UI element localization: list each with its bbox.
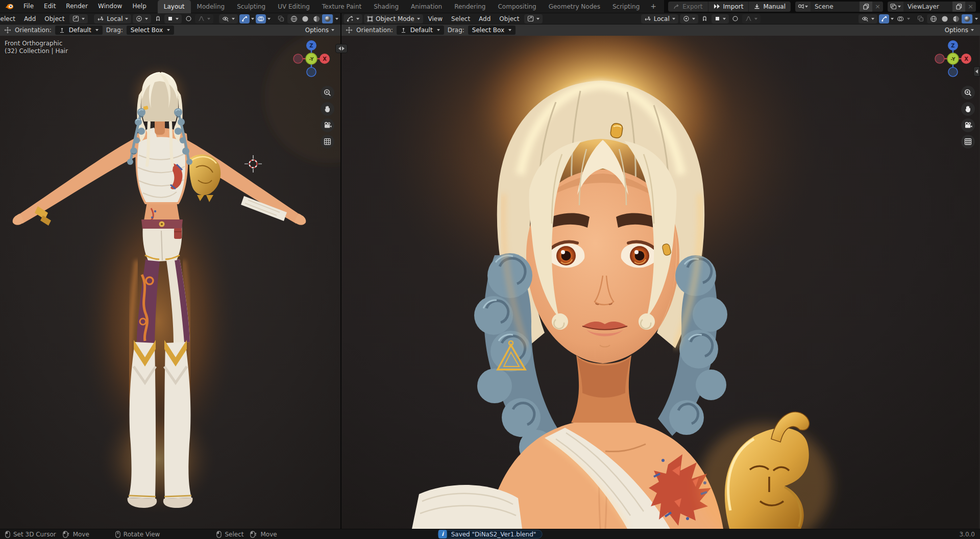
editor-type-dropdown[interactable] — [344, 14, 362, 23]
camera-view-button[interactable] — [321, 118, 334, 132]
tab-texture-paint[interactable]: Texture Paint — [316, 0, 368, 13]
gizmo-dropdown-chevron[interactable] — [251, 18, 254, 20]
gizmo-axis-z[interactable]: Z — [306, 40, 316, 51]
overlays-dropdown-chevron[interactable] — [907, 18, 910, 20]
viewlayer-remove-button[interactable]: × — [965, 2, 976, 12]
shading-dropdown-chevron[interactable] — [335, 18, 338, 20]
toggle-ortho-button[interactable] — [961, 135, 975, 149]
show-gizmo-toggle[interactable] — [239, 14, 250, 23]
tool-options-button[interactable]: Options — [305, 27, 336, 34]
tab-shading[interactable]: Shading — [368, 0, 405, 13]
shading-solid-button[interactable] — [939, 14, 950, 23]
tab-animation[interactable]: Animation — [405, 0, 448, 13]
show-overlays-toggle[interactable] — [256, 14, 266, 23]
tool-orientation-dropdown[interactable]: Default — [55, 26, 103, 35]
tab-uv-editing[interactable]: UV Editing — [272, 0, 316, 13]
menu-add[interactable]: Add — [475, 15, 494, 22]
menu-render[interactable]: Render — [61, 0, 93, 13]
shading-dropdown-chevron[interactable] — [975, 18, 978, 20]
menu-add[interactable]: Add — [20, 15, 39, 22]
camera-view-button[interactable] — [961, 118, 975, 132]
scene-unlink-button[interactable]: × — [872, 2, 883, 12]
viewport-left-canvas[interactable]: Front Orthographic (32) Collection | Hai… — [0, 36, 340, 529]
pivot-point-dropdown[interactable] — [133, 14, 151, 23]
proportional-editing-toggle[interactable] — [730, 14, 741, 23]
proportional-falloff-dropdown[interactable] — [742, 14, 761, 23]
zoom-button[interactable] — [321, 86, 334, 100]
tab-rendering[interactable]: Rendering — [448, 0, 492, 13]
scene-new-copy-button[interactable] — [860, 2, 872, 12]
gizmo-axis-z-neg[interactable] — [948, 67, 958, 77]
viewlayer-name[interactable]: ViewLayer — [903, 3, 952, 10]
viewport-right-canvas[interactable]: Z X -Y — [341, 36, 980, 529]
object-visibility-dropdown[interactable] — [219, 14, 238, 23]
gizmo-axis-x-neg[interactable] — [935, 54, 944, 63]
gizmo-axis-z[interactable]: Z — [948, 40, 958, 51]
import-button[interactable]: Import — [708, 2, 749, 12]
shading-wireframe-button[interactable] — [288, 14, 299, 23]
pivot-point-dropdown[interactable] — [680, 14, 698, 23]
gizmo-axis-x[interactable]: X — [320, 54, 330, 64]
gizmo-axis-x-neg[interactable] — [293, 54, 303, 63]
shading-rendered-button[interactable] — [322, 14, 333, 23]
drag-mode-dropdown[interactable]: Select Box — [468, 26, 516, 35]
snap-toggle[interactable] — [153, 14, 163, 23]
tab-modeling[interactable]: Modeling — [191, 0, 231, 13]
tab-scripting[interactable]: Scripting — [606, 0, 646, 13]
tool-orientation-dropdown[interactable]: Default — [397, 26, 444, 35]
gizmo-axis-y-front[interactable]: -Y — [306, 53, 317, 64]
drag-mode-dropdown[interactable]: Select Box — [127, 26, 174, 35]
viewlayer-new-copy-button[interactable] — [952, 2, 965, 12]
scene-name[interactable]: Scene — [811, 3, 860, 10]
transform-orientation-dropdown[interactable]: Local — [94, 14, 131, 23]
menu-object[interactable]: Object — [41, 15, 68, 22]
menu-object[interactable]: Object — [496, 15, 523, 22]
snap-target-dropdown[interactable] — [712, 14, 729, 23]
menu-help[interactable]: Help — [127, 0, 151, 13]
blender-logo-icon[interactable] — [0, 3, 18, 10]
scene-browse-button[interactable] — [795, 2, 811, 12]
show-overlays-toggle[interactable] — [895, 14, 905, 23]
proportional-falloff-dropdown[interactable] — [195, 14, 213, 23]
shading-wireframe-button[interactable] — [928, 14, 939, 23]
region-resize-toggle[interactable] — [335, 44, 348, 53]
sidebar-expand-toggle[interactable] — [973, 66, 980, 77]
shading-material-button[interactable] — [311, 14, 322, 23]
shading-material-button[interactable] — [950, 14, 961, 23]
viewlayer-browse-button[interactable] — [888, 2, 903, 12]
gizmo-axis-z-neg[interactable] — [307, 67, 316, 77]
menu-edit[interactable]: Edit — [39, 0, 61, 13]
mode-dropdown[interactable]: Object Mode — [364, 14, 423, 23]
object-visibility-dropdown[interactable] — [859, 14, 877, 23]
export-button[interactable]: Export — [668, 2, 707, 12]
menu-window[interactable]: Window — [93, 0, 127, 13]
gizmo-axis-y-front[interactable]: -Y — [947, 53, 959, 64]
tab-compositing[interactable]: Compositing — [492, 0, 542, 13]
tab-layout[interactable]: Layout — [158, 0, 191, 13]
add-workspace-button[interactable]: + — [646, 0, 661, 13]
show-gizmo-toggle[interactable] — [879, 14, 889, 23]
proportional-editing-toggle[interactable] — [183, 14, 193, 23]
overlays-dropdown-chevron[interactable] — [267, 18, 271, 20]
gizmo-axis-x[interactable]: X — [961, 54, 971, 64]
navigation-gizmo[interactable]: Z X -Y — [291, 39, 331, 79]
tab-sculpting[interactable]: Sculpting — [231, 0, 272, 13]
select-tool-dropdown[interactable] — [524, 14, 543, 23]
zoom-button[interactable] — [961, 86, 975, 100]
snap-toggle[interactable] — [700, 14, 710, 23]
menu-view[interactable]: View — [425, 15, 446, 22]
gizmo-dropdown-chevron[interactable] — [891, 18, 894, 20]
pan-button[interactable] — [961, 102, 975, 116]
snap-target-dropdown[interactable] — [164, 14, 182, 23]
tool-options-button[interactable]: Options — [945, 27, 976, 34]
manual-button[interactable]: Manual — [748, 2, 791, 12]
transform-orientation-dropdown[interactable]: Local — [641, 14, 678, 23]
pan-button[interactable] — [321, 102, 334, 116]
xray-toggle[interactable] — [915, 14, 925, 23]
navigation-gizmo[interactable]: Z X -Y — [933, 39, 973, 79]
menu-select[interactable]: Select — [0, 15, 19, 22]
menu-file[interactable]: File — [18, 0, 39, 13]
menu-select[interactable]: Select — [448, 15, 474, 22]
tab-geometry-nodes[interactable]: Geometry Nodes — [543, 0, 606, 13]
shading-solid-button[interactable] — [300, 14, 310, 23]
